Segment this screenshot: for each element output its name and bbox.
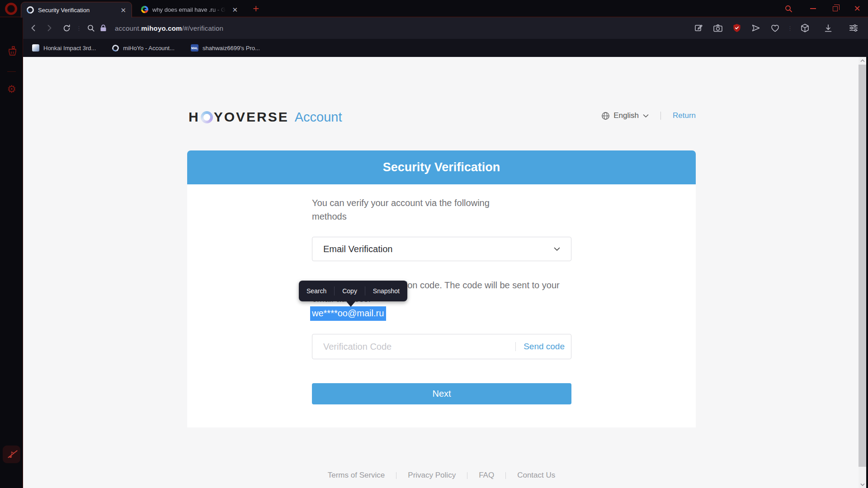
send-code-button[interactable]: Send code [516,342,571,352]
google-favicon-icon [141,6,148,13]
verification-code-row: Send code [312,334,571,359]
intro-text: You can verify your account via the foll… [312,196,513,223]
bookmark-label: shahwaiz6699's Pro... [203,45,260,52]
address-bar: ⋮ account.mihoyo.com/#/verification [23,17,868,39]
language-selector[interactable]: English [613,111,639,120]
scroll-down-icon[interactable] [859,481,866,488]
window-close-icon[interactable]: ✕ [850,0,864,17]
brand-product-label: Account [295,110,342,125]
divider [334,286,335,296]
tab-title: why does email have .ru - G [152,6,228,13]
hoyoverse-o-icon [201,111,213,123]
globe-icon [601,112,610,120]
masked-email-selected: we****oo@mail.ru [310,306,386,321]
easy-setup-icon[interactable] [849,24,858,32]
opera-gx-logo-icon[interactable] [5,3,17,15]
context-copy-button[interactable]: Copy [340,287,360,295]
verification-card: You can verify your account via the foll… [187,184,696,427]
web-content: HYOVERSE Account English Return Security… [23,57,859,488]
context-snapshot-button[interactable]: Snapshot [370,287,402,295]
tab-bar: Security Verification ✕ why does email h… [0,0,868,17]
adblocker-shield-icon[interactable] [733,23,741,33]
lock-icon[interactable] [98,23,108,33]
site-footer: Terms of Service Privacy Policy FAQ Cont… [187,471,696,480]
footer-link-contact[interactable]: Contact Us [506,471,566,480]
page-scrollbar [859,57,866,488]
extensions-cube-icon[interactable] [801,23,809,33]
mihoyo-favicon-icon [25,5,36,15]
tab-search-icon[interactable] [781,0,796,17]
gx-sidebar: ⚙ ♪ ●●● [0,17,23,488]
music-off-icon: ♪ [9,450,14,460]
divider: ⋮ [76,25,82,32]
divider: ⋮ [787,25,793,32]
reload-icon[interactable] [61,23,72,33]
site-header: HYOVERSE Account English Return [189,108,696,128]
next-button[interactable]: Next [312,383,571,404]
bookmark-myanimelist-profile[interactable]: MAL shahwaiz6699's Pro... [191,44,260,52]
chevron-down-icon[interactable] [643,114,649,118]
footer-link-terms[interactable]: Terms of Service [316,471,396,480]
window-minimize-icon[interactable] [806,0,820,17]
mal-favicon-icon: MAL [191,44,198,52]
page-title-banner: Security Verification [187,150,696,184]
tab-google-search[interactable]: why does email have .ru - G ✕ [136,2,243,17]
return-link[interactable]: Return [673,111,696,120]
bookmarks-heart-icon[interactable] [771,24,779,32]
honkai-favicon-icon [32,44,39,52]
chevron-down-icon [554,247,560,251]
new-tab-button[interactable]: + [250,2,262,15]
verification-code-input[interactable] [312,342,515,352]
context-search-button[interactable]: Search [304,287,329,295]
tab-close-icon[interactable]: ✕ [232,6,238,13]
footer-link-faq[interactable]: FAQ [467,471,505,480]
bookmark-label: Honkai Impact 3rd... [43,45,96,52]
tab-close-icon[interactable]: ✕ [120,7,126,14]
browser-window: Security Verification ✕ why does email h… [0,0,868,488]
mihoyo-favicon-icon [111,43,120,52]
settings-gear-icon[interactable]: ⚙ [0,84,23,94]
bookmark-mihoyo-account[interactable]: miHoYo - Account... [112,45,175,52]
forward-icon[interactable] [44,23,55,33]
cleaner-broom-icon[interactable] [0,45,23,57]
hoyoverse-logo: HYOVERSE Account [189,109,342,125]
search-icon[interactable] [85,23,96,33]
downloads-icon[interactable] [824,24,832,33]
tab-security-verification[interactable]: Security Verification ✕ [21,2,132,18]
divider [365,286,365,296]
scroll-up-icon[interactable] [859,57,866,64]
bookmark-label: miHoYo - Account... [123,45,175,52]
window-restore-icon[interactable] [828,0,842,17]
bookmark-honkai[interactable]: Honkai Impact 3rd... [32,44,96,52]
selection-context-menu: Search Copy Snapshot [299,281,407,301]
url-text[interactable]: account.mihoyo.com/#/verification [115,24,223,32]
selected-method-label: Email Verification [323,244,392,254]
divider [7,71,16,72]
player-button[interactable]: ♪ [3,446,20,463]
verification-method-select[interactable]: Email Verification [312,237,571,261]
tab-title: Security Verification [38,7,116,14]
divider [660,112,661,120]
footer-link-privacy[interactable]: Privacy Policy [396,471,467,480]
context-menu-caret [346,301,356,307]
snapshot-camera-icon[interactable] [713,24,722,32]
back-icon[interactable] [28,23,39,33]
pinboards-icon[interactable] [694,24,703,33]
bookmarks-bar: Honkai Impact 3rd... miHoYo - Account...… [23,39,868,57]
scrollbar-thumb[interactable] [859,65,866,467]
my-flow-icon[interactable] [751,24,760,32]
